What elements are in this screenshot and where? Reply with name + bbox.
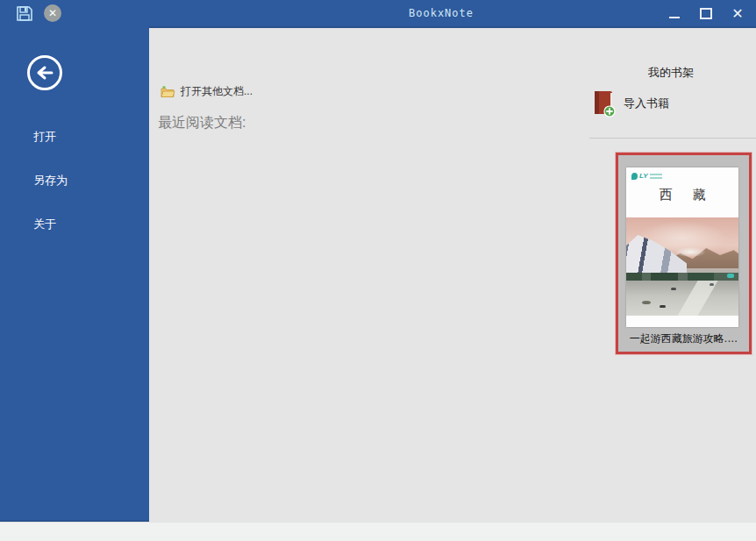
cover-photo [626,217,738,316]
bookshelf-title: 我的书架 [623,65,719,81]
window-title: BookxNote [409,7,474,19]
minimize-button[interactable] [665,4,684,23]
import-book-icon [592,89,617,117]
open-other-docs-button[interactable]: 打开其他文档... [160,84,253,99]
sidebar-item-open[interactable]: 打开 [33,129,56,145]
back-button[interactable] [26,54,63,91]
close-document-icon[interactable]: ✕ [44,4,61,22]
maximize-button[interactable] [696,4,716,23]
logo-leaf-icon [631,173,638,180]
arrow-left-icon [39,68,52,78]
sidebar: 打开 另存为 关于 [0,26,149,522]
shelf-divider [589,138,756,139]
book-cover-title: 西 藏 [626,187,738,203]
sidebar-item-about[interactable]: 关于 [33,217,56,232]
logo-subtext [650,174,662,179]
book-item-selected[interactable]: LY 西 藏 一起游西藏旅游攻略.… [616,153,752,354]
main-content: 打开其他文档... 最近阅读文档: 我的书架 导入书籍 LY [149,26,756,522]
import-books-button[interactable]: 导入书籍 [592,89,669,117]
close-icon: ✕ [731,5,743,22]
book-title-caption: 一起游西藏旅游攻略.… [618,331,749,346]
logo-text: LY [639,172,648,180]
open-other-docs-label: 打开其他文档... [181,84,253,99]
import-books-label: 导入书籍 [624,96,669,111]
close-button[interactable]: ✕ [728,4,747,23]
folder-open-icon [160,85,175,98]
sidebar-item-save-as[interactable]: 另存为 [33,173,68,189]
minimize-icon [669,17,680,18]
maximize-icon [700,8,712,19]
book-cover: LY 西 藏 [626,167,738,327]
save-icon[interactable] [16,4,33,22]
titlebar: ✕ BookxNote ✕ [0,0,756,26]
publisher-logo: LY [631,172,662,180]
app-window: ✕ BookxNote ✕ 打开 另存为 关于 [0,0,756,541]
recent-docs-label: 最近阅读文档: [158,114,246,132]
window-controls: ✕ [665,0,747,26]
status-bar [0,522,756,541]
